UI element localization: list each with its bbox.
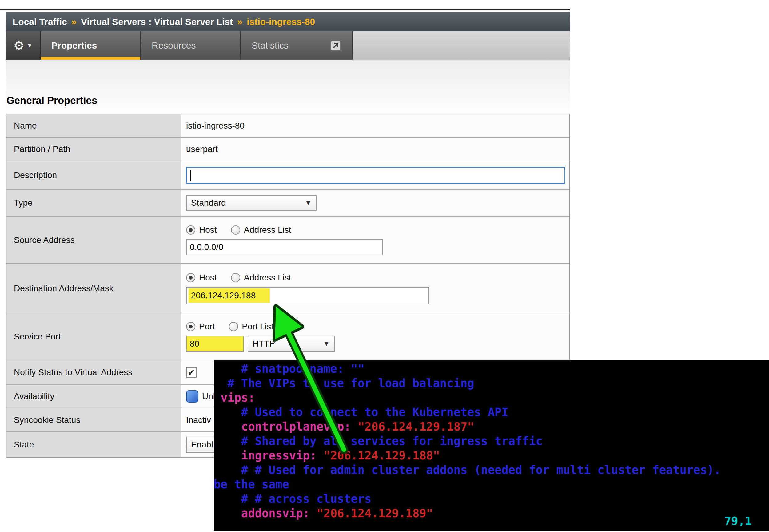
chevron-down-icon: ▼ [305, 199, 312, 207]
field-label: Service Port [6, 313, 181, 360]
terminal-line: # Used to connect to the Kubernetes API [214, 405, 769, 419]
form-row-name: Name istio-ingress-80 [6, 114, 569, 138]
terminal-line: vips: [214, 391, 769, 405]
chevron-down-icon: ▼ [27, 42, 33, 49]
type-select-value: Standard [191, 198, 226, 208]
field-label: Notify Status to Virtual Address [6, 360, 181, 384]
checkmark-icon: ✔ [188, 367, 195, 378]
tab-bar-filler [353, 31, 570, 60]
terminal-body: # snatpoolname: "" # The VIPs to use for… [214, 362, 769, 521]
form-row-destination-address: Destination Address/Mask Host Address Li… [6, 264, 569, 313]
terminal-line: be the same [214, 477, 769, 492]
field-label: Destination Address/Mask [6, 264, 181, 313]
top-border-line [0, 9, 570, 10]
tab-label: Statistics [252, 40, 289, 51]
radio-label: Host [199, 225, 217, 235]
field-label: Syncookie Status [6, 408, 181, 431]
radio-label: Address List [244, 273, 291, 283]
breadcrumb-current: istio-ingress-80 [247, 17, 315, 27]
terminal-line: ingressvip: "206.124.129.188" [214, 448, 769, 463]
breadcrumb-separator-icon: » [237, 16, 242, 27]
service-port-input[interactable]: 80 [186, 336, 244, 352]
radio-label: Port List [242, 322, 273, 332]
service-port-value: 80 [190, 339, 199, 349]
breadcrumb-path[interactable]: Virtual Servers : Virtual Server List [81, 17, 233, 27]
radio-label: Port [199, 322, 215, 332]
field-label: Name [6, 114, 181, 137]
port-list-radio[interactable] [229, 322, 238, 331]
form-row-source-address: Source Address Host Address List 0.0.0.0… [6, 217, 569, 264]
radio-label: Address List [244, 225, 291, 235]
service-protocol-select[interactable]: HTTP ▼ [248, 336, 335, 352]
tab-statistics[interactable]: Statistics [241, 31, 353, 60]
field-label: Description [6, 161, 181, 189]
field-label: Type [6, 190, 181, 216]
terminal-line: controlplanevip: "206.124.129.187" [214, 419, 769, 434]
notify-status-checkbox[interactable]: ✔ [186, 367, 197, 378]
tab-bar: ⚙ ▼ Properties Resources Statistics [6, 31, 570, 60]
tab-properties[interactable]: Properties [41, 31, 141, 60]
source-address-input[interactable]: 0.0.0.0/0 [186, 239, 383, 255]
vim-ruler: 79,1 [724, 514, 752, 528]
state-select-value: Enabl [191, 440, 213, 450]
terminal-line: addonsvip: "206.124.129.189" [214, 506, 769, 521]
breadcrumb: Local Traffic » Virtual Servers : Virtua… [6, 12, 570, 31]
gear-icon: ⚙ [14, 39, 25, 52]
chevron-down-icon: ▼ [323, 340, 330, 348]
field-label: Partition / Path [6, 138, 181, 161]
terminal-window[interactable]: # snatpoolname: "" # The VIPs to use for… [214, 360, 769, 531]
terminal-line: # snatpoolname: "" [214, 362, 769, 376]
popup-window-icon [329, 39, 342, 52]
source-address-value: 0.0.0.0/0 [190, 242, 223, 252]
text-cursor [190, 170, 191, 181]
tab-resources[interactable]: Resources [141, 31, 241, 60]
form-row-service-port: Service Port Port Port List 80 [6, 313, 569, 360]
source-address-list-radio[interactable] [231, 225, 240, 235]
destination-address-input[interactable]: 206.124.129.188 [186, 287, 429, 304]
port-radio[interactable] [186, 322, 195, 331]
destination-address-list-radio[interactable] [231, 273, 240, 282]
source-host-radio[interactable] [186, 225, 195, 235]
field-label: Availability [6, 385, 181, 408]
field-label: State [6, 432, 181, 457]
form-row-partition: Partition / Path userpart [6, 138, 569, 161]
terminal-line: # The VIPs to use for load balancing [214, 376, 769, 391]
section-title: General Properties [6, 95, 570, 106]
form-row-type: Type Standard ▼ [6, 190, 569, 217]
terminal-line: # # Used for admin cluster addons (neede… [214, 463, 769, 477]
destination-host-radio[interactable] [186, 273, 195, 282]
type-select[interactable]: Standard ▼ [186, 195, 317, 211]
destination-address-value-highlighted: 206.124.129.188 [189, 288, 270, 303]
terminal-line: # # across clusters [214, 492, 769, 506]
tab-label: Properties [51, 40, 97, 51]
service-protocol-value: HTTP [253, 339, 275, 349]
terminal-line: # Shared by all services for ingress tra… [214, 434, 769, 448]
radio-label: Host [199, 273, 217, 283]
breadcrumb-separator-icon: » [71, 16, 77, 27]
field-label: Source Address [6, 217, 181, 263]
form-row-description: Description [6, 161, 569, 190]
tab-label: Resources [152, 40, 196, 51]
availability-status-icon [186, 390, 198, 403]
partition-value: userpart [186, 144, 569, 154]
settings-menu-button[interactable]: ⚙ ▼ [6, 31, 41, 60]
description-input[interactable] [186, 167, 565, 184]
name-value: istio-ingress-80 [186, 121, 569, 131]
breadcrumb-section[interactable]: Local Traffic [13, 17, 67, 27]
